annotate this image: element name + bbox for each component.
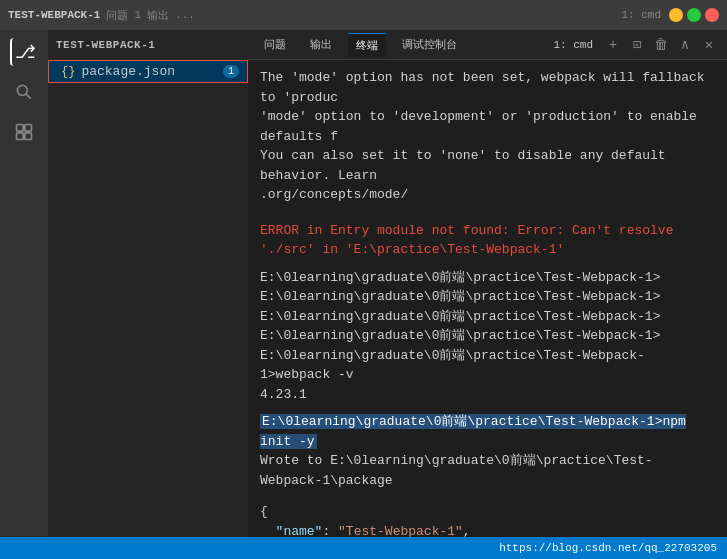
sidebar-item-package-json[interactable]: {} package.json 1 [48, 60, 248, 83]
terminal-plus-button[interactable]: + [603, 35, 623, 55]
npm-cmd-line: E:\0learning\graduate\0前端\practice\Test-… [260, 412, 715, 451]
title-bar: TEST-WEBPACK-1 问题 1 输出 ... 1: cmd [0, 0, 727, 30]
close-button[interactable] [705, 8, 719, 22]
json-line-1: "name": "Test-Webpack-1", [260, 522, 715, 538]
npm-cmd-highlight: E:\0learning\graduate\0前端\practice\Test-… [260, 414, 686, 449]
terminal-chevron-up-button[interactable]: ∧ [675, 35, 695, 55]
sidebar-item-badge: 1 [223, 65, 239, 78]
maximize-button[interactable] [687, 8, 701, 22]
warning-line-2: 'mode' option to 'development' or 'produ… [260, 107, 715, 146]
path-line-2: E:\0learning\graduate\0前端\practice\Test-… [260, 287, 715, 307]
tab-output[interactable]: 输出 [302, 33, 340, 56]
blank-line-3 [260, 404, 715, 412]
main-layout: ⎇ TEST-WEBPACK-1 {} package.json 1 [0, 30, 727, 537]
sidebar-item-label: package.json [81, 64, 175, 79]
svg-line-1 [26, 94, 31, 99]
sidebar-header: TEST-WEBPACK-1 [48, 30, 248, 60]
terminal-controls: 1: cmd + ⊡ 🗑 ∧ ✕ [547, 35, 719, 55]
svg-point-0 [17, 85, 27, 95]
svg-rect-2 [17, 125, 24, 132]
version-line: 4.23.1 [260, 385, 715, 405]
cmd-webpack: E:\0learning\graduate\0前端\practice\Test-… [260, 346, 715, 385]
warning-line-4: .org/concepts/mode/ [260, 185, 715, 205]
sidebar: TEST-WEBPACK-1 {} package.json 1 [48, 30, 248, 537]
blank-line-1 [260, 205, 715, 213]
terminal-dropdown[interactable]: 1: cmd [547, 37, 599, 53]
json-output: { "name": "Test-Webpack-1", "version": "… [260, 502, 715, 537]
source-control-icon[interactable]: ⎇ [10, 38, 38, 66]
terminal-trash-button[interactable]: 🗑 [651, 35, 671, 55]
project-title: TEST-WEBPACK-1 [8, 9, 100, 21]
window-controls [669, 8, 719, 22]
status-url: https://blog.csdn.net/qq_22703205 [499, 542, 717, 554]
tab-problems[interactable]: 问题 [256, 33, 294, 56]
title-sep1-count: 1 [134, 9, 141, 21]
tab-debug[interactable]: 调试控制台 [394, 33, 465, 56]
search-icon[interactable] [10, 78, 38, 106]
minimize-button[interactable] [669, 8, 683, 22]
terminal-close-button[interactable]: ✕ [699, 35, 719, 55]
title-more[interactable]: ... [175, 9, 195, 21]
extensions-icon[interactable] [10, 118, 38, 146]
path-line-4: E:\0learning\graduate\0前端\practice\Test-… [260, 326, 715, 346]
svg-rect-5 [25, 133, 32, 140]
blank-line-2 [260, 260, 715, 268]
title-sep1: 问题 [106, 8, 128, 23]
title-bar-left: TEST-WEBPACK-1 问题 1 输出 ... 1: cmd [8, 8, 661, 23]
terminal-split-button[interactable]: ⊡ [627, 35, 647, 55]
json-line-0: { [260, 502, 715, 522]
json-file-icon: {} [61, 65, 75, 79]
warning-line-3: You can also set it to 'none' to disable… [260, 146, 715, 185]
path-line-3: E:\0learning\graduate\0前端\practice\Test-… [260, 307, 715, 327]
terminal-area: 问题 输出 终端 调试控制台 1: cmd + ⊡ 🗑 ∧ ✕ The 'mod… [248, 30, 727, 537]
svg-rect-4 [17, 133, 24, 140]
tab-terminal[interactable]: 终端 [348, 33, 386, 57]
title-terminal-label: 1: cmd [621, 9, 661, 21]
status-bar: https://blog.csdn.net/qq_22703205 [0, 537, 727, 559]
title-sep2: 输出 [147, 8, 169, 23]
terminal-tabs: 问题 输出 终端 调试控制台 1: cmd + ⊡ 🗑 ∧ ✕ [248, 30, 727, 60]
activity-bar: ⎇ [0, 30, 48, 537]
warning-line-1: The 'mode' option has not been set, webp… [260, 68, 715, 107]
path-line-1: E:\0learning\graduate\0前端\practice\Test-… [260, 268, 715, 288]
error-heading: ERROR in Entry module not found: Error: … [260, 221, 715, 260]
terminal-output[interactable]: The 'mode' option has not been set, webp… [248, 60, 727, 537]
blank-line-4 [260, 490, 715, 498]
svg-rect-3 [25, 125, 32, 132]
wrote-line: Wrote to E:\0learning\graduate\0前端\pract… [260, 451, 715, 490]
